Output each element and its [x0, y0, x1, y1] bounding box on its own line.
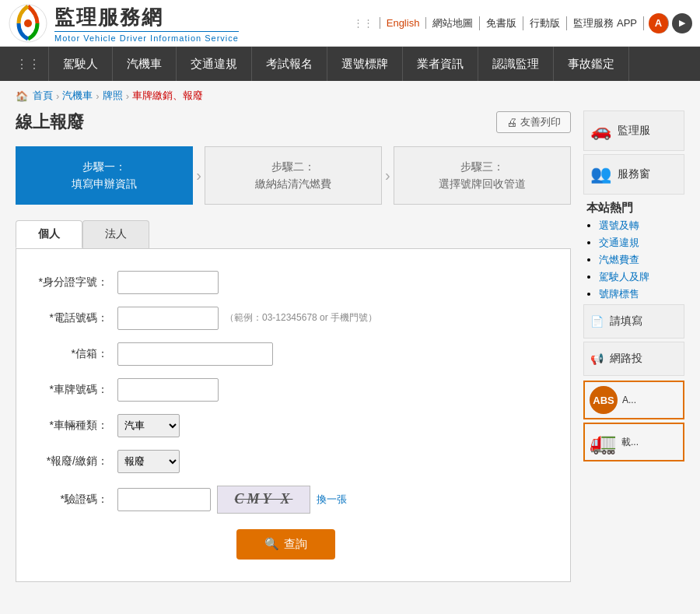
step-2-sublabel: 繳納結清汽燃費 — [213, 175, 373, 192]
svg-point-2 — [24, 19, 32, 27]
top-icon-a[interactable]: A — [649, 13, 669, 33]
print-button[interactable]: 🖨 友善列印 — [496, 111, 571, 133]
nav-item-vehicle[interactable]: 汽機車 — [113, 47, 177, 81]
main-container: 線上報廢 🖨 友善列印 步驟一： 填寫申辦資訊 › 步驟二： 繳納結清汽燃費 ›… — [0, 111, 700, 598]
sidebar-hot-list: 選號及轉 交通違規 汽燃費查 駕駛人及牌 號牌標售 — [583, 219, 684, 301]
sidebar-fill[interactable]: 📄 請填寫 — [583, 304, 684, 339]
input-plate[interactable] — [117, 378, 219, 402]
breadcrumb-vehicle[interactable]: 汽機車 — [62, 89, 93, 103]
form-row-email: *信箱： — [32, 342, 539, 366]
logo-title: 監理服務網 — [54, 4, 239, 31]
link-plain[interactable]: 免書版 — [480, 16, 523, 30]
sidebar-block-dmv[interactable]: 🚗 監理服 — [583, 111, 684, 151]
captcha-refresh-link[interactable]: 換一張 — [317, 493, 347, 507]
nav-item-plate-select[interactable]: 選號標牌 — [327, 47, 403, 81]
breadcrumb-sep1: › — [56, 90, 59, 102]
submit-button[interactable]: 🔍 查詢 — [236, 529, 335, 560]
sidebar-net[interactable]: 📢 網路投 — [583, 342, 684, 376]
step-3-label: 步驟三： — [402, 158, 562, 175]
tabs: 個人 法人 — [16, 220, 571, 248]
link-mobile[interactable]: 行動版 — [523, 16, 567, 30]
label-id: *身分證字號： — [32, 275, 117, 289]
sidebar-fill-label: 請填寫 — [610, 314, 642, 328]
sidebar-hot-link-5[interactable]: 號牌標售 — [599, 288, 639, 300]
tab-corporate[interactable]: 法人 — [82, 220, 149, 248]
sidebar-hot-link-4[interactable]: 駕駛人及牌 — [599, 271, 649, 282]
tab-personal[interactable]: 個人 — [16, 220, 82, 248]
form-row-plate: *車牌號碼： — [32, 378, 539, 402]
breadcrumb-home[interactable]: 首頁 — [33, 89, 53, 103]
sidebar-ads: ABS A... 🚛 載... — [583, 381, 684, 461]
link-app[interactable]: 監理服務 APP — [567, 16, 644, 30]
sidebar-dmv-label: 監理服 — [618, 124, 650, 138]
captcha-area: CMY X 換一張 — [117, 486, 347, 514]
sidebar-ad-1[interactable]: ABS A... — [583, 381, 684, 419]
print-icon: 🖨 — [506, 116, 517, 128]
step-1: 步驟一： 填寫申辦資訊 — [16, 146, 193, 205]
label-report: *報廢/繳銷： — [32, 454, 117, 468]
nav-dots: ⋮⋮ — [16, 57, 40, 72]
label-phone: *電話號碼： — [32, 311, 117, 325]
step-1-sublabel: 填寫申辦資訊 — [24, 175, 184, 192]
sidebar-hot-title: 本站熱門 — [583, 201, 684, 216]
home-icon: 🏠 — [16, 90, 28, 102]
sidebar-service-label: 服務窗 — [618, 167, 650, 181]
nav-item-exam[interactable]: 考試報名 — [252, 47, 327, 81]
breadcrumb-sep3: › — [126, 90, 129, 102]
print-label: 友善列印 — [520, 115, 561, 129]
top-icon-b[interactable]: ▶ — [672, 13, 692, 33]
sidebar-hot-item-5: 號牌標售 — [599, 287, 684, 301]
input-id-number[interactable] — [117, 271, 219, 294]
input-captcha[interactable] — [117, 488, 211, 511]
step-arrow-2: › — [382, 167, 394, 184]
phone-hint: （範例：03-12345678 or 手機門號） — [225, 311, 377, 325]
nav-item-dmv[interactable]: 認識監理 — [478, 47, 554, 81]
label-plate: *車牌號碼： — [32, 383, 117, 397]
step-1-label: 步驟一： — [24, 158, 184, 175]
input-phone[interactable] — [117, 307, 219, 330]
sidebar-hot-link-1[interactable]: 選號及轉 — [599, 219, 639, 231]
nav-item-traffic[interactable]: 交通違規 — [177, 47, 252, 81]
select-report-type[interactable]: 報廢 繳銷 — [117, 450, 180, 473]
breadcrumb-sep2: › — [96, 90, 99, 102]
doc-icon: 📄 — [590, 315, 604, 328]
sidebar-hot-item-1: 選號及轉 — [599, 219, 684, 233]
form-row-phone: *電話號碼： （範例：03-12345678 or 手機門號） — [32, 307, 539, 330]
nav-item-business[interactable]: 業者資訊 — [403, 47, 478, 81]
breadcrumb-license[interactable]: 牌照 — [103, 89, 123, 103]
breadcrumb: 🏠 首頁 › 汽機車 › 牌照 › 車牌繳銷、報廢 — [0, 81, 700, 111]
nav-item-driver[interactable]: 駕駛人 — [48, 47, 113, 81]
logo-area: 監理服務網 Motor Vehicle Driver Information S… — [8, 3, 239, 44]
link-sitemap[interactable]: 網站地圖 — [426, 16, 480, 30]
form-box: *身分證字號： *電話號碼： （範例：03-12345678 or 手機門號） … — [16, 248, 571, 582]
ad-1-body: A... — [622, 395, 636, 405]
top-links: ⋮⋮ English 網站地圖 免書版 行動版 監理服務 APP A ▶ — [347, 13, 692, 33]
step-3: 步驟三： 選擇號牌回收管道 — [394, 146, 571, 205]
nav-item-accident[interactable]: 事故鑑定 — [554, 47, 629, 81]
page-header: 線上報廢 🖨 友善列印 — [16, 111, 571, 134]
sidebar-ad-2[interactable]: 🚛 載... — [583, 423, 684, 461]
submit-row: 🔍 查詢 — [32, 529, 539, 560]
truck-icon: 🚛 — [590, 430, 617, 455]
logo-text: 監理服務網 Motor Vehicle Driver Information S… — [54, 4, 239, 43]
ad-2-body: 載... — [621, 436, 639, 449]
form-row-captcha: *驗證碼： CMY X 換一張 — [32, 486, 539, 514]
sidebar-hot-link-3[interactable]: 汽燃費查 — [599, 254, 639, 265]
step-3-sublabel: 選擇號牌回收管道 — [402, 175, 562, 192]
captcha-image: CMY X — [217, 486, 310, 514]
sidebar-hot-link-2[interactable]: 交通違規 — [599, 237, 639, 248]
sidebar: 🚗 監理服 👥 服務窗 本站熱門 選號及轉 交通違規 汽燃費查 駕駛人及牌 號牌… — [583, 111, 684, 582]
select-vehicle-type[interactable]: 汽車 機車 — [117, 414, 180, 437]
ad-circle-abs: ABS — [590, 386, 618, 414]
sidebar-hot-item-2: 交通違規 — [599, 236, 684, 250]
nav-bar: ⋮⋮ 駕駛人 汽機車 交通違規 考試報名 選號標牌 業者資訊 認識監理 事故鑑定 — [0, 47, 700, 81]
people-icon: 👥 — [590, 164, 611, 184]
step-arrow-1: › — [193, 167, 205, 184]
sidebar-hot-item-3: 汽燃費查 — [599, 253, 684, 267]
sidebar-block-service[interactable]: 👥 服務窗 — [583, 154, 684, 195]
lang-english[interactable]: English — [380, 17, 427, 29]
logo-subtitle: Motor Vehicle Driver Information Service — [54, 31, 239, 43]
input-email[interactable] — [117, 342, 273, 366]
form-row-id: *身分證字號： — [32, 271, 539, 294]
submit-label: 查詢 — [284, 537, 307, 552]
